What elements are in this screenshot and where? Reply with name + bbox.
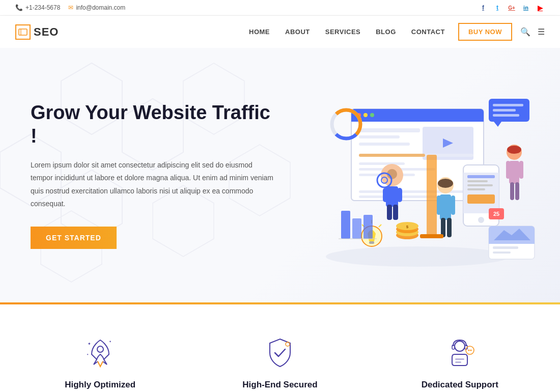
feature-high-end-secured: High-End Secured Suspendisse nisl elit r… <box>195 335 365 392</box>
email-icon: ✉ <box>68 4 73 11</box>
svg-rect-55 <box>383 188 388 202</box>
svg-rect-101 <box>455 358 464 360</box>
hero-title: Grow Your Website Traffic ! <box>31 101 275 148</box>
nav-contact[interactable]: CONTACT <box>405 24 451 40</box>
svg-rect-0 <box>19 29 27 35</box>
svg-marker-40 <box>494 122 501 127</box>
svg-point-36 <box>478 217 484 223</box>
svg-rect-43 <box>493 114 519 117</box>
logo-icon <box>15 24 31 40</box>
twitter-icon[interactable]: t <box>493 3 502 12</box>
svg-rect-34 <box>467 188 485 190</box>
svg-point-98 <box>455 341 465 351</box>
svg-rect-78 <box>369 241 374 244</box>
email-info: ✉ info@domain.com <box>68 4 125 11</box>
svg-point-16 <box>370 113 374 117</box>
svg-point-105 <box>470 350 472 351</box>
main-nav: HOME ABOUT SERVICES BLOG CONTACT BUY NOW… <box>243 23 545 41</box>
get-started-button[interactable]: GET STARTED <box>31 227 117 249</box>
highly-optimized-icon: ✦ ✦ ✦ <box>82 335 118 371</box>
phone-number: +1-234-5678 <box>25 4 60 11</box>
nav-action-icons: 🔍 ☰ <box>520 27 545 37</box>
linkedin-icon[interactable]: in <box>521 3 530 12</box>
svg-rect-88 <box>420 234 443 238</box>
googleplus-icon[interactable]: G+ <box>507 3 516 12</box>
feature-highly-optimized: ✦ ✦ ✦ Highly Optimized Curabitur ligula … <box>15 335 185 392</box>
svg-rect-72 <box>437 195 441 215</box>
svg-point-76 <box>438 179 453 188</box>
svg-rect-48 <box>493 246 518 249</box>
svg-text:$: $ <box>406 225 409 229</box>
topbar-contact-info: 📞 +1-234-5678 ✉ info@domain.com <box>15 4 125 11</box>
phone-info: 📞 +1-234-5678 <box>15 4 60 11</box>
svg-rect-35 <box>467 194 495 204</box>
topbar: 📞 +1-234-5678 ✉ info@domain.com f t G+ i… <box>0 0 560 16</box>
svg-text:✦: ✦ <box>87 353 89 356</box>
dedicated-support-icon <box>442 335 478 371</box>
svg-rect-57 <box>387 205 392 220</box>
svg-rect-75 <box>447 218 452 237</box>
feature-3-title: Dedicated Support <box>385 380 535 390</box>
buy-now-button[interactable]: BUY NOW <box>458 23 512 41</box>
svg-rect-66 <box>519 161 523 179</box>
svg-rect-89 <box>341 211 350 239</box>
hero-illustration: 25 <box>290 78 545 272</box>
svg-rect-56 <box>397 188 402 202</box>
svg-point-15 <box>363 113 368 117</box>
svg-rect-64 <box>509 161 519 184</box>
social-links: f t G+ in ▶ <box>479 3 545 12</box>
svg-point-103 <box>466 346 474 354</box>
feature-1-title: Highly Optimized <box>25 380 175 390</box>
nav-about[interactable]: ABOUT <box>279 24 316 40</box>
svg-point-93 <box>97 346 103 352</box>
svg-rect-30 <box>463 173 499 213</box>
feature-2-title: High-End Secured <box>205 380 354 390</box>
svg-rect-73 <box>451 195 455 215</box>
svg-rect-24 <box>359 162 405 165</box>
svg-rect-65 <box>506 161 510 179</box>
menu-button[interactable]: ☰ <box>538 27 545 37</box>
nav-services[interactable]: SERVICES <box>319 24 367 40</box>
svg-rect-71 <box>440 194 451 220</box>
svg-rect-58 <box>393 205 398 220</box>
svg-rect-18 <box>359 135 400 138</box>
email-address: info@domain.com <box>76 4 125 11</box>
svg-rect-90 <box>352 218 361 239</box>
svg-rect-68 <box>515 182 519 200</box>
nav-home[interactable]: HOME <box>243 24 276 40</box>
header: SEO HOME ABOUT SERVICES BLOG CONTACT BUY… <box>0 16 560 48</box>
svg-point-69 <box>507 146 521 154</box>
svg-rect-17 <box>359 128 420 132</box>
svg-point-97 <box>286 342 290 346</box>
logo[interactable]: SEO <box>15 24 59 40</box>
nav-blog[interactable]: BLOG <box>370 24 402 40</box>
search-button[interactable]: 🔍 <box>520 27 530 37</box>
svg-rect-32 <box>467 180 488 182</box>
youtube-icon[interactable]: ▶ <box>536 3 545 12</box>
svg-rect-41 <box>493 104 523 106</box>
svg-text:25: 25 <box>493 211 499 217</box>
logo-text: SEO <box>34 25 59 39</box>
svg-rect-49 <box>493 251 511 254</box>
hero-section: Grow Your Website Traffic ! Lorem ipsum … <box>0 48 560 302</box>
features-section: ✦ ✦ ✦ Highly Optimized Curabitur ligula … <box>0 304 560 392</box>
svg-text:✦: ✦ <box>88 342 91 346</box>
svg-rect-19 <box>359 143 410 146</box>
svg-rect-31 <box>467 175 495 178</box>
hero-content: Grow Your Website Traffic ! Lorem ipsum … <box>31 101 275 249</box>
svg-point-104 <box>468 350 470 351</box>
svg-text:✦: ✦ <box>109 340 111 343</box>
svg-line-80 <box>379 225 381 227</box>
phone-icon: 📞 <box>15 4 23 11</box>
svg-rect-42 <box>493 109 516 111</box>
svg-rect-67 <box>510 182 514 200</box>
svg-rect-33 <box>467 184 493 186</box>
hero-description: Lorem ipsum dolor sit amet consectetur a… <box>31 159 275 210</box>
svg-rect-23 <box>359 154 425 157</box>
facebook-icon[interactable]: f <box>479 3 488 12</box>
feature-dedicated-support: Dedicated Support Nunc egestas augue at … <box>375 335 545 392</box>
svg-rect-91 <box>363 215 373 239</box>
svg-rect-87 <box>427 155 437 236</box>
high-end-secured-icon <box>262 335 298 371</box>
svg-point-10 <box>326 246 509 267</box>
